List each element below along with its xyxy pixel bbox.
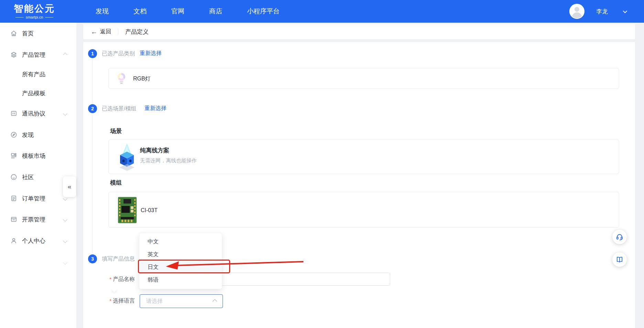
- selected-scene-card[interactable]: 纯离线方案 无需连网，离线也能操作: [108, 140, 619, 174]
- required-mark: *: [109, 298, 111, 304]
- sidebar-item-label: 社区: [22, 173, 34, 181]
- nav-item-miniprogram-platform[interactable]: 小程序平台: [247, 7, 280, 16]
- layers-icon: [10, 51, 17, 58]
- page-title: 产品定义: [125, 28, 149, 36]
- product-name-field-label: *产品名称: [104, 276, 135, 283]
- avatar[interactable]: [569, 4, 584, 19]
- sidebar-item-label: 通讯协议: [22, 110, 45, 118]
- sidebar-item-invoice-management[interactable]: 开票管理: [0, 215, 76, 224]
- orders-icon: [10, 195, 17, 202]
- page-header: ← 返回 产品定义: [83, 24, 635, 39]
- selected-product-card[interactable]: RGB灯: [108, 68, 619, 89]
- customer-service-button[interactable]: [612, 230, 627, 244]
- step-connector: [92, 114, 93, 254]
- chevron-down-icon: [63, 111, 67, 116]
- sidebar-item-label: 产品模板: [22, 89, 45, 97]
- sidebar-item-label: 模板市场: [22, 152, 45, 160]
- step1-badge: 1: [88, 49, 97, 58]
- offline-cube-icon: [118, 143, 136, 172]
- nav-item-store[interactable]: 商店: [209, 7, 222, 16]
- logo-subtitle: smartpi.cn: [14, 15, 55, 19]
- back-label: 返回: [100, 28, 111, 35]
- step1-reselect-link[interactable]: 重新选择: [140, 50, 162, 57]
- sidebar-item-all-products[interactable]: 所有产品: [0, 70, 76, 79]
- select-placeholder: 请选择: [146, 298, 163, 305]
- nav-item-official-site[interactable]: 官网: [171, 7, 184, 16]
- sidebar-item-product-templates[interactable]: 产品模板: [0, 89, 76, 98]
- step2-badge: 2: [88, 104, 97, 113]
- documentation-button[interactable]: [612, 252, 627, 267]
- profile-icon: [10, 237, 17, 244]
- scene-section-label: 场景: [110, 127, 122, 135]
- chevron-up-icon: [213, 299, 217, 304]
- nav-menu: 发现 文档 官网 商店 小程序平台: [96, 0, 280, 23]
- avatar-head-icon: [575, 7, 579, 12]
- module-section-label: 模组: [110, 179, 122, 187]
- sidebar-item-label: 产品管理: [22, 51, 45, 59]
- nav-item-docs[interactable]: 文档: [133, 7, 147, 16]
- back-arrow-icon: ←: [91, 29, 97, 35]
- sidebar-item-home[interactable]: 首页: [0, 29, 76, 38]
- user-menu[interactable]: 李龙: [569, 0, 626, 23]
- language-field-label: *选择语言: [104, 297, 135, 305]
- content-panel: 1 已选产品类别 重新选择 RGB灯 2 已选场景/模组 重新选择 场景: [83, 42, 635, 328]
- rgb-bulb-icon: [116, 72, 127, 85]
- home-icon: [10, 30, 17, 37]
- protocol-icon: [10, 110, 17, 117]
- language-select[interactable]: 请选择: [140, 294, 223, 308]
- market-icon: [10, 152, 17, 159]
- book-icon: [616, 256, 623, 263]
- sidebar-item-label: 发现: [22, 131, 34, 139]
- user-name: 李龙: [596, 8, 608, 15]
- invoice-icon: [10, 216, 17, 223]
- sidebar-item-label: 所有产品: [22, 70, 45, 78]
- logo[interactable]: 智能公元 smartpi.cn: [14, 2, 55, 19]
- sidebar-item-label: 个人中心: [22, 237, 45, 245]
- back-button[interactable]: ← 返回: [91, 28, 111, 35]
- sidebar-item-communication-protocol[interactable]: 通讯协议: [0, 109, 76, 118]
- logo-title: 智能公元: [14, 2, 55, 15]
- step2-label: 已选场景/模组: [102, 105, 136, 112]
- community-icon: [10, 174, 17, 181]
- scene-title: 纯离线方案: [140, 146, 197, 154]
- avatar-body-icon: [572, 12, 582, 19]
- compass-icon: [10, 131, 17, 138]
- selected-module-card[interactable]: CI-03T: [108, 192, 619, 228]
- sidebar-collapse-button[interactable]: «: [63, 176, 76, 197]
- chevron-down-icon[interactable]: [623, 9, 627, 13]
- nav-item-discover[interactable]: 发现: [96, 7, 109, 16]
- step-connector: [92, 58, 93, 104]
- module-name: CI-03T: [141, 207, 158, 214]
- chevron-down-icon: [63, 239, 67, 243]
- scene-desc: 无需连网，离线也能操作: [140, 157, 197, 164]
- step2-reselect-link[interactable]: 重新选择: [144, 105, 167, 112]
- product-name: RGB灯: [133, 75, 151, 83]
- sidebar-item-template-market[interactable]: 模板市场: [0, 151, 76, 160]
- sidebar: 首页 产品管理 所有产品 产品模板 通讯协议 发现 模板市场 社区: [0, 23, 76, 328]
- sidebar-item-personal-center[interactable]: 个人中心: [0, 236, 76, 245]
- step1-label: 已选产品类别: [102, 50, 135, 57]
- dropdown-option-korean[interactable]: 韩语: [139, 273, 222, 286]
- sidebar-item-label: 开票管理: [22, 216, 45, 223]
- chevron-down-icon: [63, 217, 67, 222]
- annotation-arrow: [162, 258, 310, 273]
- chevron-down-icon: [64, 259, 67, 265]
- module-pcb-image: [118, 197, 137, 223]
- page: 智能公元 smartpi.cn 发现 文档 官网 商店 小程序平台 李龙 首页 …: [0, 0, 644, 328]
- sidebar-item-label: 订单管理: [22, 195, 45, 203]
- chevron-up-icon: [63, 53, 67, 57]
- dropdown-option-chinese[interactable]: 中文: [139, 235, 222, 248]
- sidebar-item-discover[interactable]: 发现: [0, 130, 76, 139]
- headset-icon: [616, 233, 623, 241]
- step3-label: 填写产品信息: [102, 255, 135, 263]
- header-divider: [118, 29, 118, 35]
- required-mark: *: [109, 276, 111, 282]
- dropdown-arrow-tip: [111, 286, 117, 292]
- sidebar-item-label: 首页: [22, 30, 34, 37]
- step3-badge: 3: [88, 254, 97, 263]
- sidebar-item-product-management[interactable]: 产品管理: [0, 50, 76, 59]
- top-navbar: 智能公元 smartpi.cn 发现 文档 官网 商店 小程序平台 李龙: [0, 0, 644, 23]
